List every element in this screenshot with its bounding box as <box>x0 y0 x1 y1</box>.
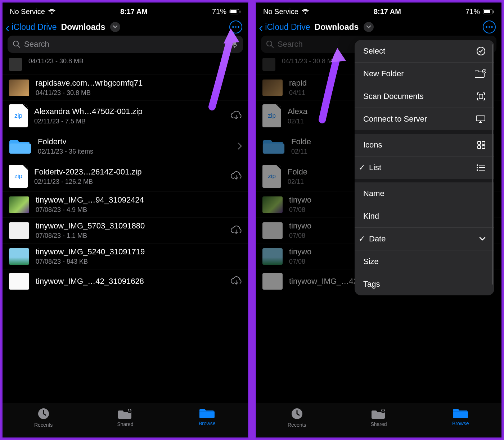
zip-file-icon: zip <box>9 165 28 188</box>
new-folder-icon <box>475 69 486 78</box>
file-list[interactable]: 04/11/23 - 30.8 MB rapidsave.com…wrbgcom… <box>3 56 248 403</box>
file-row[interactable]: tinywow_IMG_…42_31091628 <box>3 269 248 290</box>
status-bar: No Service 8:17 AM 71% <box>3 3 248 18</box>
title-dropdown-button[interactable] <box>110 22 120 32</box>
image-thumbnail <box>9 222 29 239</box>
svg-point-35 <box>477 167 478 168</box>
more-options-button[interactable] <box>229 21 242 33</box>
menu-connect-server[interactable]: Connect to Server <box>355 108 494 130</box>
tab-browse[interactable]: Browse <box>166 403 248 437</box>
menu-sort-tags[interactable]: Tags <box>355 273 494 295</box>
page-title: Downloads <box>61 22 105 32</box>
file-name: tinywow_IMG_…42_31091628 <box>36 277 224 286</box>
wifi-icon <box>48 9 56 14</box>
image-thumbnail <box>262 248 283 265</box>
check-icon: ✓ <box>357 163 366 172</box>
svg-rect-31 <box>478 146 481 149</box>
search-icon <box>13 40 21 48</box>
file-meta: 07/08/23 - 843 KB <box>36 258 242 266</box>
nav-bar: ‹ iCloud Drive Downloads <box>256 18 501 34</box>
image-thumbnail <box>262 273 283 290</box>
svg-line-17 <box>271 46 274 48</box>
options-menu: Select New Folder Scan Documents Connect… <box>355 40 494 295</box>
menu-view-list[interactable]: ✓ List <box>355 157 494 179</box>
title-dropdown-button[interactable] <box>364 22 374 32</box>
search-placeholder: Search <box>24 40 228 49</box>
back-chevron-icon[interactable]: ‹ <box>5 23 9 31</box>
shared-folder-icon <box>371 407 386 420</box>
menu-sort-size[interactable]: Size <box>355 250 494 273</box>
back-button[interactable]: iCloud Drive <box>265 22 310 32</box>
folder-icon <box>9 135 31 157</box>
menu-view-icons[interactable]: Icons <box>355 134 494 156</box>
file-row[interactable]: Foldertv 02/11/23 - 36 items <box>3 131 248 161</box>
svg-rect-26 <box>476 116 485 121</box>
battery-icon <box>483 9 494 14</box>
menu-sort-name[interactable]: Name <box>355 182 494 205</box>
download-cloud-icon[interactable] <box>230 226 242 236</box>
svg-rect-11 <box>199 411 215 418</box>
check-icon: ✓ <box>357 234 366 244</box>
file-row[interactable]: tinywow_IMG_…94_31092424 07/08/23 - 4.9 … <box>3 191 248 217</box>
file-row[interactable]: tinywow_IMG_5240_31091719 07/08/23 - 843… <box>3 243 248 269</box>
tab-recents[interactable]: Recents <box>3 403 84 437</box>
zip-file-icon: zip <box>9 104 28 127</box>
file-meta: 07/08/23 - 4.9 MB <box>36 206 242 214</box>
clock-icon <box>290 407 304 421</box>
svg-line-4 <box>18 46 20 48</box>
file-row[interactable]: zip Alexandra Wh…4750Z-001.zip 02/11/23 … <box>3 100 248 131</box>
wifi-icon <box>301 9 309 14</box>
file-row[interactable]: zip Foldertv-2023…2614Z-001.zip 02/11/23… <box>3 161 248 191</box>
chevron-down-icon <box>479 237 486 241</box>
zip-file-icon: zip <box>262 165 281 188</box>
back-button[interactable]: iCloud Drive <box>12 22 57 32</box>
tab-browse[interactable]: Browse <box>420 403 501 437</box>
image-thumbnail <box>9 58 22 71</box>
menu-sort-date[interactable]: ✓ Date <box>355 228 494 250</box>
menu-select[interactable]: Select <box>355 40 494 62</box>
svg-rect-2 <box>239 10 240 13</box>
phone-left: No Service 8:17 AM 71% ‹ iCloud Drive Do… <box>1 1 249 439</box>
tab-recents[interactable]: Recents <box>256 403 338 437</box>
grid-icon <box>477 141 486 149</box>
menu-sort-kind[interactable]: Kind <box>355 205 494 227</box>
search-field[interactable]: Search <box>8 36 243 53</box>
dictation-icon[interactable] <box>231 40 238 49</box>
file-meta: 07/08/23 - 1.1 MB <box>36 232 224 240</box>
battery-icon <box>229 9 241 14</box>
file-row[interactable]: 04/11/23 - 30.8 MB <box>3 56 248 74</box>
svg-rect-15 <box>493 10 494 13</box>
svg-rect-14 <box>484 10 490 13</box>
file-meta: 04/11/23 - 30.8 MB <box>28 58 242 65</box>
download-cloud-icon[interactable] <box>230 111 242 121</box>
file-row[interactable]: rapidsave.com…wrbgcomfq71 04/11/23 - 30.… <box>3 74 248 100</box>
tab-shared[interactable]: Shared <box>84 403 166 437</box>
tab-shared[interactable]: Shared <box>338 403 419 437</box>
svg-point-33 <box>477 164 478 166</box>
server-icon <box>476 115 486 123</box>
file-name: Foldertv-2023…2614Z-001.zip <box>34 167 224 177</box>
file-meta: 02/11/23 - 126.2 MB <box>34 178 224 186</box>
file-name: tinywow_IMG_5703_31091880 <box>36 221 224 231</box>
tab-bar: Recents Shared Browse <box>3 403 248 437</box>
file-row[interactable]: tinywow_IMG_5703_31091880 07/08/23 - 1.1… <box>3 217 248 243</box>
select-circle-icon <box>476 46 486 56</box>
download-cloud-icon[interactable] <box>230 276 242 286</box>
menu-scan-documents[interactable]: Scan Documents <box>355 85 494 108</box>
menu-new-folder[interactable]: New Folder <box>355 63 494 85</box>
browse-folder-icon <box>453 407 468 419</box>
image-thumbnail <box>9 248 29 265</box>
service-status: No Service <box>10 8 45 16</box>
svg-rect-20 <box>263 144 284 154</box>
svg-rect-7 <box>9 144 31 154</box>
service-status: No Service <box>263 8 298 16</box>
nav-bar: ‹ iCloud Drive Downloads <box>3 18 248 34</box>
svg-rect-42 <box>453 411 468 418</box>
more-options-button[interactable] <box>483 21 496 33</box>
image-thumbnail <box>262 196 283 213</box>
image-thumbnail <box>9 80 29 96</box>
download-cloud-icon[interactable] <box>230 171 242 181</box>
battery-pct: 71% <box>212 8 226 16</box>
menu-scrollbar[interactable] <box>492 44 493 285</box>
back-chevron-icon[interactable]: ‹ <box>259 23 263 31</box>
